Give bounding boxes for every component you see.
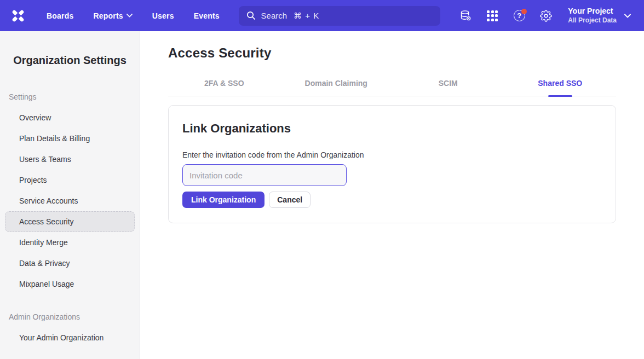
sidebar-item-label: Identity Merge (19, 238, 68, 247)
sidebar-item-identity-merge[interactable]: Identity Merge (0, 232, 140, 253)
sidebar-item-service-accounts[interactable]: Service Accounts (0, 190, 140, 211)
settings-sidebar: Organization Settings Settings Overview … (0, 31, 140, 359)
tab-scim[interactable]: SCIM (392, 79, 504, 96)
tab-2fa-sso[interactable]: 2FA & SSO (168, 79, 280, 96)
nav-item-reports[interactable]: Reports (93, 11, 132, 20)
sidebar-item-projects[interactable]: Projects (0, 170, 140, 190)
sidebar-item-label: Projects (19, 176, 47, 184)
page-title: Access Security (168, 45, 616, 61)
main-content: Access Security 2FA & SSO Domain Claimin… (140, 31, 644, 359)
nav-item-label: Events (194, 11, 220, 20)
nav-item-users[interactable]: Users (152, 11, 174, 20)
sidebar-item-label: Overview (19, 113, 51, 122)
cancel-button[interactable]: Cancel (269, 192, 311, 208)
tab-domain-claiming[interactable]: Domain Claiming (280, 79, 393, 96)
sidebar-item-data-privacy[interactable]: Data & Privacy (0, 253, 140, 274)
nav-utility-icons: ? (459, 9, 553, 22)
project-switcher[interactable]: Your Project All Project Data (568, 7, 631, 25)
top-navbar: Boards Reports Users Events Search ⌘ + K (0, 0, 644, 31)
sidebar-item-your-admin-organization[interactable]: Your Admin Organization (0, 327, 140, 348)
mixpanel-logo-icon[interactable] (10, 8, 26, 24)
tab-shared-sso[interactable]: Shared SSO (504, 79, 617, 96)
link-organizations-card: Link Organizations Enter the invitation … (168, 105, 616, 223)
notification-dot (521, 9, 527, 14)
tab-label: Domain Claiming (305, 79, 367, 88)
nav-item-label: Boards (47, 11, 73, 20)
search-shortcut: ⌘ + K (294, 11, 319, 21)
project-data-scope: All Project Data (568, 16, 617, 25)
tab-label: Shared SSO (538, 79, 582, 88)
sidebar-item-label: Your Admin Organization (19, 333, 104, 342)
sidebar-item-mixpanel-usage[interactable]: Mixpanel Usage (0, 274, 140, 294)
card-title: Link Organizations (182, 121, 602, 136)
data-management-icon[interactable] (459, 9, 472, 22)
sidebar-item-access-security[interactable]: Access Security (5, 211, 135, 232)
search-icon (246, 11, 256, 20)
global-search-input[interactable]: Search ⌘ + K (239, 6, 440, 26)
invitation-code-label: Enter the invitation code from the Admin… (182, 150, 602, 159)
sidebar-section-settings: Settings (0, 89, 140, 105)
project-name: Your Project (568, 7, 617, 16)
nav-item-label: Reports (93, 11, 123, 20)
invitation-code-input[interactable] (182, 164, 347, 186)
app-body: Organization Settings Settings Overview … (0, 31, 644, 359)
link-organization-button[interactable]: Link Organization (182, 192, 264, 208)
spacer (0, 294, 140, 309)
sidebar-title: Organization Settings (0, 54, 140, 67)
sidebar-section-admin-organizations: Admin Organizations (0, 309, 140, 325)
chevron-down-icon (127, 14, 133, 18)
sidebar-item-label: Service Accounts (19, 196, 78, 205)
apps-grid-icon[interactable] (486, 9, 499, 22)
nav-item-events[interactable]: Events (194, 11, 220, 20)
tab-label: SCIM (439, 79, 458, 88)
sidebar-item-users-teams[interactable]: Users & Teams (0, 149, 140, 170)
sidebar-item-label: Access Security (19, 217, 74, 226)
sidebar-item-label: Mixpanel Usage (19, 280, 74, 288)
settings-gear-icon[interactable] (539, 9, 553, 22)
primary-nav: Boards Reports Users Events (47, 11, 220, 20)
sidebar-item-label: Data & Privacy (19, 259, 70, 268)
sidebar-item-label: Plan Details & Billing (19, 134, 90, 143)
access-security-tabs: 2FA & SSO Domain Claiming SCIM Shared SS… (168, 79, 616, 96)
help-icon[interactable]: ? (513, 9, 526, 22)
search-placeholder: Search (261, 11, 288, 20)
nav-item-boards[interactable]: Boards (47, 11, 73, 20)
chevron-down-icon (624, 14, 631, 18)
sidebar-item-label: Users & Teams (19, 155, 71, 164)
sidebar-item-plan-details-billing[interactable]: Plan Details & Billing (0, 128, 140, 149)
sidebar-item-overview[interactable]: Overview (0, 107, 140, 128)
nav-item-label: Users (152, 11, 174, 20)
tab-label: 2FA & SSO (204, 79, 244, 88)
project-switcher-labels: Your Project All Project Data (568, 7, 617, 25)
apps-grid-glyph (487, 10, 498, 21)
card-actions: Link Organization Cancel (182, 192, 602, 208)
